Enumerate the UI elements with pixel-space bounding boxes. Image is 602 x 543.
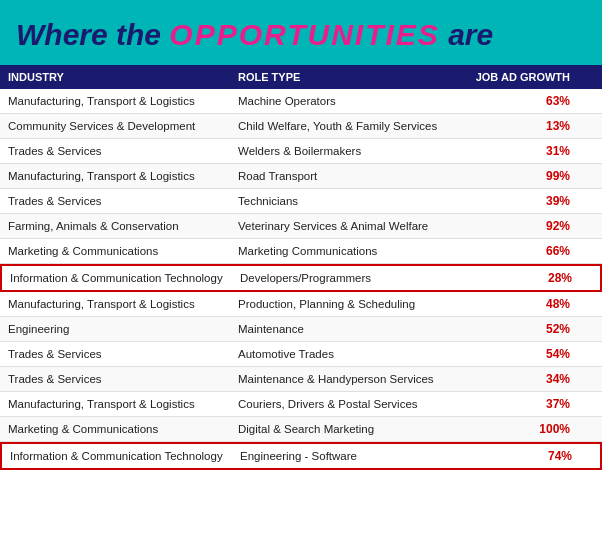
col-role-cell: Child Welfare, Youth & Family Services bbox=[238, 120, 458, 132]
col-growth-cell: 100% bbox=[458, 422, 578, 436]
table-row: Marketing & CommunicationsMarketing Comm… bbox=[0, 239, 602, 264]
col-growth-cell: 34% bbox=[458, 372, 578, 386]
col-industry-cell: Trades & Services bbox=[8, 348, 238, 360]
col-growth-cell: 52% bbox=[458, 322, 578, 336]
table-row: Community Services & DevelopmentChild We… bbox=[0, 114, 602, 139]
table-row: Marketing & CommunicationsDigital & Sear… bbox=[0, 417, 602, 442]
col-industry-cell: Trades & Services bbox=[8, 145, 238, 157]
table-row: Manufacturing, Transport & LogisticsMach… bbox=[0, 89, 602, 114]
col-industry-cell: Farming, Animals & Conservation bbox=[8, 220, 238, 232]
table-row: Manufacturing, Transport & LogisticsCour… bbox=[0, 392, 602, 417]
header-title: Where the OPPORTUNITIES are bbox=[16, 18, 586, 51]
col-role-cell: Marketing Communications bbox=[238, 245, 458, 257]
col-industry-cell: Manufacturing, Transport & Logistics bbox=[8, 95, 238, 107]
table-container: INDUSTRY ROLE TYPE JOB AD GROWTH Manufac… bbox=[0, 65, 602, 470]
table-row: Farming, Animals & ConservationVeterinar… bbox=[0, 214, 602, 239]
table-row: EngineeringMaintenance52% bbox=[0, 317, 602, 342]
col-role-header: ROLE TYPE bbox=[238, 71, 458, 83]
col-role-cell: Technicians bbox=[238, 195, 458, 207]
col-role-cell: Veterinary Services & Animal Welfare bbox=[238, 220, 458, 232]
header-suffix: are bbox=[440, 18, 493, 51]
table-row: Information & Communication TechnologyEn… bbox=[0, 442, 602, 470]
col-role-cell: Welders & Boilermakers bbox=[238, 145, 458, 157]
col-growth-cell: 92% bbox=[458, 219, 578, 233]
table-body: Manufacturing, Transport & LogisticsMach… bbox=[0, 89, 602, 470]
col-role-cell: Road Transport bbox=[238, 170, 458, 182]
table-header: INDUSTRY ROLE TYPE JOB AD GROWTH bbox=[0, 65, 602, 89]
col-growth-cell: 37% bbox=[458, 397, 578, 411]
table-row: Trades & ServicesTechnicians39% bbox=[0, 189, 602, 214]
col-growth-cell: 66% bbox=[458, 244, 578, 258]
col-role-cell: Maintenance & Handyperson Services bbox=[238, 373, 458, 385]
table-row: Information & Communication TechnologyDe… bbox=[0, 264, 602, 292]
table-row: Manufacturing, Transport & LogisticsProd… bbox=[0, 292, 602, 317]
col-industry-cell: Information & Communication Technology bbox=[10, 450, 240, 462]
col-growth-cell: 48% bbox=[458, 297, 578, 311]
header-banner: Where the OPPORTUNITIES are bbox=[0, 0, 602, 65]
col-industry-cell: Trades & Services bbox=[8, 195, 238, 207]
table-row: Trades & ServicesMaintenance & Handypers… bbox=[0, 367, 602, 392]
col-industry-cell: Engineering bbox=[8, 323, 238, 335]
table-row: Manufacturing, Transport & LogisticsRoad… bbox=[0, 164, 602, 189]
table-row: Trades & ServicesAutomotive Trades54% bbox=[0, 342, 602, 367]
col-role-cell: Production, Planning & Scheduling bbox=[238, 298, 458, 310]
col-role-cell: Digital & Search Marketing bbox=[238, 423, 458, 435]
col-growth-cell: 13% bbox=[458, 119, 578, 133]
col-growth-cell: 31% bbox=[458, 144, 578, 158]
table-row: Trades & ServicesWelders & Boilermakers3… bbox=[0, 139, 602, 164]
col-industry-cell: Information & Communication Technology bbox=[10, 272, 240, 284]
col-role-cell: Engineering - Software bbox=[240, 450, 460, 462]
col-industry-header: INDUSTRY bbox=[8, 71, 238, 83]
col-industry-cell: Trades & Services bbox=[8, 373, 238, 385]
col-growth-cell: 99% bbox=[458, 169, 578, 183]
col-growth-cell: 74% bbox=[460, 449, 580, 463]
header-prefix: Where the bbox=[16, 18, 169, 51]
col-industry-cell: Manufacturing, Transport & Logistics bbox=[8, 170, 238, 182]
col-role-cell: Machine Operators bbox=[238, 95, 458, 107]
col-role-cell: Automotive Trades bbox=[238, 348, 458, 360]
col-growth-cell: 39% bbox=[458, 194, 578, 208]
col-role-cell: Developers/Programmers bbox=[240, 272, 460, 284]
col-role-cell: Couriers, Drivers & Postal Services bbox=[238, 398, 458, 410]
col-industry-cell: Manufacturing, Transport & Logistics bbox=[8, 298, 238, 310]
col-industry-cell: Community Services & Development bbox=[8, 120, 238, 132]
col-industry-cell: Manufacturing, Transport & Logistics bbox=[8, 398, 238, 410]
col-growth-header: JOB AD GROWTH bbox=[458, 71, 578, 83]
col-growth-cell: 54% bbox=[458, 347, 578, 361]
header-highlight: OPPORTUNITIES bbox=[169, 18, 439, 51]
col-industry-cell: Marketing & Communications bbox=[8, 245, 238, 257]
col-industry-cell: Marketing & Communications bbox=[8, 423, 238, 435]
col-growth-cell: 28% bbox=[460, 271, 580, 285]
col-role-cell: Maintenance bbox=[238, 323, 458, 335]
col-growth-cell: 63% bbox=[458, 94, 578, 108]
